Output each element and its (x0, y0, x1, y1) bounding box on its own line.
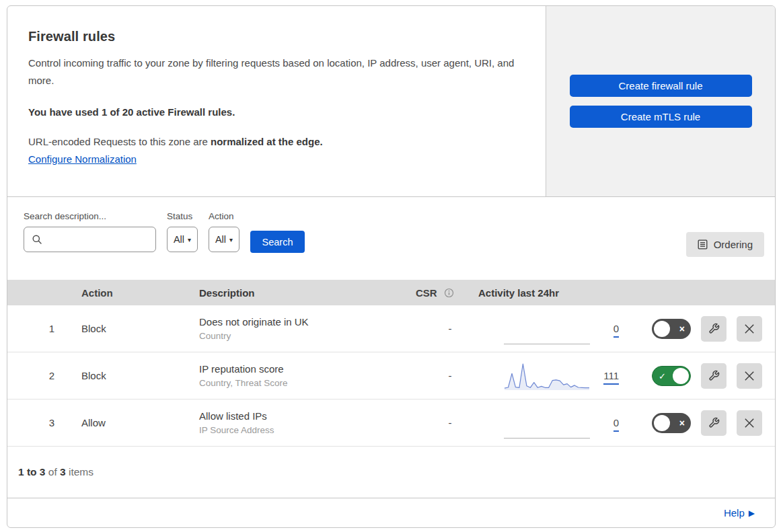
search-label: Search description... (24, 211, 156, 221)
rule-activity-cell: 0 (466, 408, 627, 439)
ordering-button-label: Ordering (714, 239, 753, 250)
rule-fields: Country, Threat Score (199, 378, 400, 388)
wrench-icon (708, 417, 720, 428)
activity-count-link[interactable]: 0 (613, 417, 619, 432)
close-icon (743, 323, 755, 335)
wrench-icon (708, 323, 720, 334)
info-icon[interactable] (444, 288, 454, 298)
delete-rule-button[interactable] (737, 363, 762, 389)
help-bar: Help ▶ (7, 498, 775, 527)
close-icon (743, 417, 755, 429)
rule-controls: × (627, 410, 775, 436)
edit-rule-button[interactable] (701, 316, 727, 342)
arrow-right-icon: ▶ (749, 509, 755, 517)
toggle-state-icon: × (679, 324, 685, 334)
column-activity: Activity last 24hr (466, 287, 627, 299)
firewall-rules-card: Firewall rules Control incoming traffic … (7, 5, 776, 528)
help-link[interactable]: Help ▶ (724, 507, 755, 519)
rule-description[interactable]: Does not originate in UK (199, 316, 400, 328)
search-icon (32, 234, 42, 245)
rule-csr: - (400, 323, 466, 334)
rule-priority: 1 (7, 323, 72, 334)
rule-enabled-toggle[interactable]: × (652, 413, 691, 433)
status-filter-group: Status All ▾ (167, 211, 198, 280)
page-title: Firewall rules (28, 29, 519, 44)
status-dropdown[interactable]: All ▾ (167, 227, 198, 252)
chevron-down-icon: ▾ (229, 236, 233, 243)
search-input[interactable] (47, 234, 155, 245)
edit-rule-button[interactable] (701, 410, 727, 436)
header-text-block: Firewall rules Control incoming traffic … (7, 6, 546, 196)
items-total: 3 (60, 466, 66, 478)
normalization-notice: URL-encoded Requests to this zone are no… (28, 136, 519, 147)
header-section: Firewall rules Control incoming traffic … (7, 6, 775, 197)
rule-description-cell: Does not originate in UK Country (190, 316, 400, 341)
table-row: 1 Block Does not originate in UK Country… (7, 305, 775, 352)
normalization-prefix: URL-encoded Requests to this zone are (28, 136, 211, 147)
create-mtls-rule-button[interactable]: Create mTLS rule (570, 106, 752, 128)
table-row: 2 Block IP reputation score Country, Thr… (7, 352, 775, 400)
activity-sparkline-empty (504, 313, 590, 344)
column-csr-label: CSR (416, 287, 437, 299)
action-value: All (215, 234, 226, 245)
configure-normalization-link[interactable]: Configure Normalization (28, 153, 137, 165)
rule-activity-cell: 0 (466, 313, 627, 344)
rule-action: Block (72, 323, 190, 334)
rule-enabled-toggle[interactable]: ✓ (652, 366, 691, 386)
rule-enabled-toggle[interactable]: × (652, 319, 691, 339)
rule-activity-cell: 111 (466, 360, 627, 391)
column-action: Action (72, 287, 190, 299)
rule-description[interactable]: IP reputation score (199, 363, 400, 375)
toggle-knob (673, 368, 689, 384)
toggle-knob (654, 415, 670, 431)
table-row: 3 Allow Allow listed IPs IP Source Addre… (7, 400, 775, 447)
rule-csr: - (400, 417, 466, 428)
activity-count-link[interactable]: 0 (613, 323, 619, 338)
activity-sparkline-empty (504, 408, 590, 439)
toggle-state-icon: × (679, 418, 685, 428)
actions-panel: Create firewall rule Create mTLS rule (546, 6, 775, 196)
close-icon (743, 370, 755, 382)
status-label: Status (167, 211, 198, 221)
activity-count-link[interactable]: 111 (603, 370, 619, 385)
search-group: Search description... (24, 211, 156, 280)
rule-action: Block (72, 370, 190, 381)
rule-priority: 2 (7, 370, 72, 381)
normalization-bold: normalized at the edge. (211, 136, 323, 147)
usage-notice: You have used 1 of 20 active Firewall ru… (28, 106, 519, 118)
help-label: Help (724, 507, 745, 519)
rule-fields: IP Source Address (199, 425, 400, 435)
items-of: of (45, 466, 60, 478)
toggle-state-icon: ✓ (659, 371, 666, 381)
rule-priority: 3 (7, 417, 72, 428)
edit-rule-button[interactable] (701, 363, 727, 389)
status-value: All (174, 234, 184, 245)
column-description: Description (190, 287, 400, 299)
page-description: Control incoming traffic to your zone by… (28, 54, 519, 89)
rule-description-cell: Allow listed IPs IP Source Address (190, 410, 400, 435)
create-firewall-rule-button[interactable]: Create firewall rule (570, 75, 752, 97)
list-ordering-icon (698, 239, 708, 250)
pagination-summary: 1 to 3 of 3 items (7, 447, 775, 498)
toggle-knob (654, 321, 670, 337)
chevron-down-icon: ▾ (188, 236, 191, 243)
search-button[interactable]: Search (250, 231, 305, 253)
delete-rule-button[interactable] (737, 410, 762, 436)
items-word: items (66, 466, 94, 478)
rule-fields: Country (199, 331, 400, 341)
rule-description[interactable]: Allow listed IPs (199, 410, 400, 422)
search-box[interactable] (24, 227, 156, 252)
action-filter-group: Action All ▾ (209, 211, 239, 280)
activity-sparkline (504, 360, 590, 391)
filter-bar: Search description... Status All ▾ Actio… (7, 197, 775, 280)
items-range: 1 to 3 (18, 466, 45, 478)
action-label: Action (209, 211, 239, 221)
column-csr: CSR (400, 287, 466, 299)
ordering-button[interactable]: Ordering (686, 232, 764, 257)
action-dropdown[interactable]: All ▾ (209, 227, 239, 252)
rule-csr: - (400, 370, 466, 381)
rule-description-cell: IP reputation score Country, Threat Scor… (190, 363, 400, 388)
delete-rule-button[interactable] (737, 316, 762, 342)
rule-controls: ✓ (627, 363, 775, 389)
table-header: Action Description CSR Activity last 24h… (7, 280, 775, 305)
